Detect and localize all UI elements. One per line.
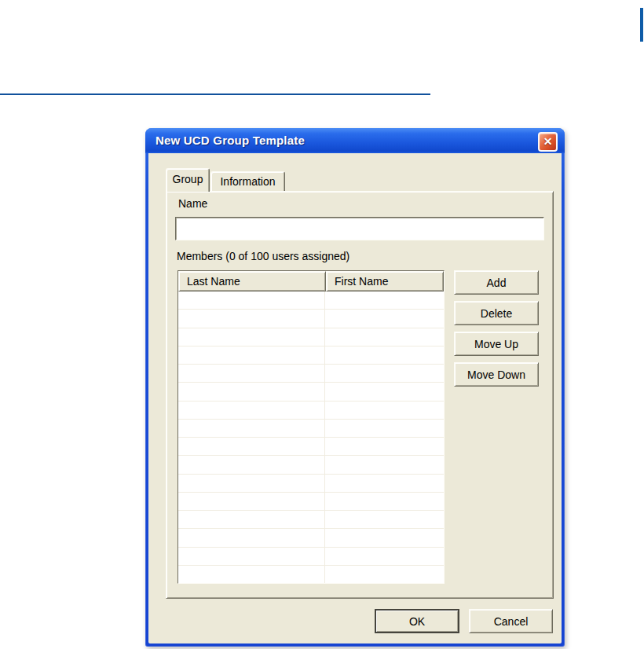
table-row[interactable] xyxy=(178,383,444,401)
first-name-cell xyxy=(325,511,444,528)
last-name-cell xyxy=(178,493,325,510)
right-edge-bar xyxy=(640,8,643,42)
first-name-cell xyxy=(325,475,444,492)
table-row[interactable] xyxy=(178,420,444,438)
last-name-cell xyxy=(178,383,325,400)
table-row[interactable] xyxy=(178,475,444,493)
add-button[interactable]: Add xyxy=(454,270,539,295)
first-name-cell xyxy=(325,420,444,437)
last-name-cell xyxy=(178,438,325,455)
column-header-last-name[interactable]: Last Name xyxy=(178,271,326,292)
last-name-cell xyxy=(178,346,325,364)
table-row[interactable] xyxy=(178,328,444,346)
members-table-body[interactable] xyxy=(178,292,444,583)
first-name-cell xyxy=(325,529,444,546)
first-name-cell xyxy=(325,456,444,473)
last-name-cell xyxy=(178,292,325,309)
page: New UCD Group Template ✕ Group Informati… xyxy=(0,0,644,649)
first-name-cell xyxy=(325,493,444,510)
table-row[interactable] xyxy=(178,292,444,310)
last-name-cell xyxy=(178,511,325,528)
first-name-cell xyxy=(325,346,444,364)
first-name-cell xyxy=(325,402,444,419)
ok-button[interactable]: OK xyxy=(375,609,459,633)
titlebar[interactable]: New UCD Group Template ✕ xyxy=(145,128,565,153)
last-name-cell xyxy=(178,548,325,565)
dialog-new-ucd-group-template: New UCD Group Template ✕ Group Informati… xyxy=(145,128,565,647)
last-name-cell xyxy=(178,365,325,382)
last-name-cell xyxy=(178,566,325,583)
last-name-cell xyxy=(178,529,325,546)
table-row[interactable] xyxy=(178,548,444,566)
first-name-cell xyxy=(325,566,444,583)
close-icon: ✕ xyxy=(540,134,556,150)
first-name-cell xyxy=(325,292,444,309)
last-name-cell xyxy=(178,456,325,473)
last-name-cell xyxy=(178,420,325,437)
last-name-cell xyxy=(178,402,325,419)
members-label: Members (0 of 100 users assigned) xyxy=(177,250,349,262)
table-row[interactable] xyxy=(178,511,444,529)
members-table[interactable]: Last Name First Name xyxy=(177,270,445,584)
column-header-first-name[interactable]: First Name xyxy=(326,271,444,292)
name-label: Name xyxy=(178,197,207,210)
move-up-button[interactable]: Move Up xyxy=(454,332,539,356)
group-tab-panel: Name Members (0 of 100 users assigned) L… xyxy=(166,191,554,599)
dialog-title: New UCD Group Template xyxy=(156,128,305,153)
table-row[interactable] xyxy=(178,566,444,583)
dialog-body: Group Information Name Members (0 of 100… xyxy=(148,153,562,644)
last-name-cell xyxy=(178,310,325,327)
table-row[interactable] xyxy=(178,310,444,328)
table-row[interactable] xyxy=(178,346,444,365)
first-name-cell xyxy=(325,383,444,400)
first-name-cell xyxy=(325,328,444,346)
last-name-cell xyxy=(178,475,325,492)
table-row[interactable] xyxy=(178,365,444,383)
table-row[interactable] xyxy=(178,456,444,474)
first-name-cell xyxy=(325,438,444,455)
members-table-header: Last Name First Name xyxy=(178,271,444,292)
cancel-button[interactable]: Cancel xyxy=(469,609,553,633)
table-row[interactable] xyxy=(178,438,444,456)
last-name-cell xyxy=(178,328,325,346)
top-horizontal-rule xyxy=(0,94,430,95)
move-down-button[interactable]: Move Down xyxy=(454,362,539,387)
table-row[interactable] xyxy=(178,493,444,511)
tab-group[interactable]: Group xyxy=(166,168,210,192)
first-name-cell xyxy=(325,548,444,565)
delete-button[interactable]: Delete xyxy=(454,301,539,325)
close-button[interactable]: ✕ xyxy=(538,132,558,152)
table-row[interactable] xyxy=(178,402,444,420)
first-name-cell xyxy=(325,365,444,382)
name-input[interactable] xyxy=(175,217,544,240)
first-name-cell xyxy=(325,310,444,327)
tab-information[interactable]: Information xyxy=(210,171,285,191)
table-row[interactable] xyxy=(178,529,444,547)
